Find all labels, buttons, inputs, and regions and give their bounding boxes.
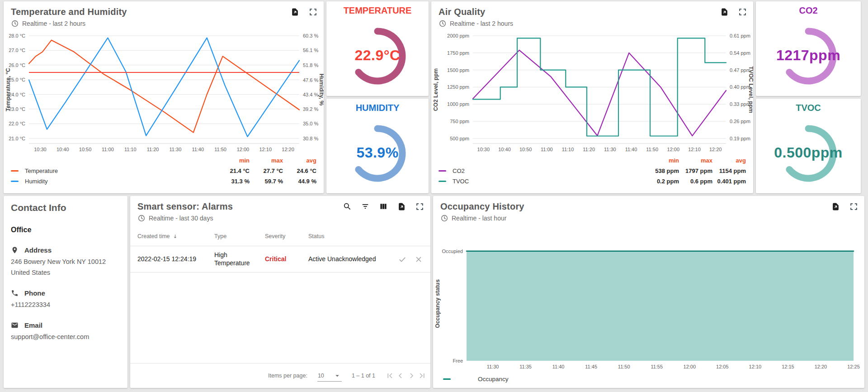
legend-item[interactable]: CO2: [439, 167, 646, 174]
chart-legend: minmaxavgCO2538 ppm1797 ppm1154 ppmTVOC0…: [431, 157, 753, 185]
table-row[interactable]: 2022-02-15 12:24:19High TemperatureCriti…: [130, 246, 430, 272]
occupancy-chart[interactable]: OccupiedFreeOccupancy status11:3011:3511…: [433, 242, 861, 374]
widget-header: Occupancy History Realtime - last hour: [433, 196, 864, 222]
timewindow: Realtime - last 30 days: [137, 214, 423, 222]
first-page-icon[interactable]: [385, 371, 394, 380]
svg-text:12:15: 12:15: [782, 364, 794, 369]
export-icon[interactable]: [720, 7, 729, 16]
chevron-down-icon: [333, 372, 341, 380]
clock-icon: [137, 214, 146, 222]
widget-actions: [831, 202, 858, 211]
gauge-value: 1217ppm: [756, 47, 861, 64]
contact-label: Phone: [11, 289, 120, 297]
clock-icon: [440, 214, 448, 222]
legend-item[interactable]: Temperature: [11, 167, 216, 174]
legend-item[interactable]: Occupancy: [443, 376, 864, 382]
humidity-gauge-widget: HUMIDITY 53.9%: [326, 99, 429, 193]
svg-text:12:20: 12:20: [815, 364, 827, 369]
columns-icon[interactable]: [379, 202, 388, 211]
legend-stat-header: min: [646, 157, 679, 164]
acknowledge-icon[interactable]: [398, 255, 407, 264]
svg-text:12:05: 12:05: [716, 364, 729, 369]
export-icon[interactable]: [397, 202, 406, 211]
timewindow-label: Realtime - last 2 hours: [22, 20, 85, 27]
legend-min-value: 538 ppm: [646, 167, 679, 174]
widget-actions: [290, 7, 317, 16]
column-header-severity[interactable]: Severity: [265, 233, 308, 239]
svg-text:10:40: 10:40: [498, 147, 511, 152]
fullscreen-icon[interactable]: [849, 202, 858, 211]
radial-gauge: 1217ppm: [756, 16, 861, 96]
sort-descending-icon: [172, 233, 179, 240]
svg-text:11:10: 11:10: [562, 147, 574, 152]
page-range-label: 1 – 1 of 1: [352, 373, 375, 379]
dashboard-top-row: Temperature and Humidity Realtime - last…: [0, 0, 868, 193]
gauge-value: 22.9°C: [326, 47, 429, 64]
gauge-title: TVOC: [756, 103, 861, 113]
legend-dash: [439, 170, 446, 172]
widget-header: Air Quality Realtime - last 2 hours: [431, 1, 753, 28]
svg-text:0.61 ppm: 0.61 ppm: [730, 33, 750, 38]
legend-dash: [443, 378, 451, 380]
timewindow: Realtime - last 2 hours: [439, 19, 746, 28]
search-icon[interactable]: [343, 202, 352, 211]
last-page-icon[interactable]: [418, 371, 427, 380]
filter-icon[interactable]: [361, 202, 370, 211]
co2-gauge-widget: CO2 1217ppm: [756, 1, 861, 96]
svg-text:0.33 ppm: 0.33 ppm: [730, 101, 750, 107]
legend-stat-header: avg: [283, 157, 316, 164]
legend-dash: [11, 181, 19, 182]
svg-text:39.2 %: 39.2 %: [303, 106, 318, 112]
contact-sections: Address246 Bowery New York NY 10012Unite…: [11, 246, 120, 341]
previous-page-icon[interactable]: [396, 371, 405, 380]
svg-text:Occupied: Occupied: [442, 249, 463, 254]
fullscreen-icon[interactable]: [415, 202, 424, 211]
svg-text:11:00: 11:00: [541, 147, 553, 152]
widget-title: Occupancy History: [440, 201, 857, 212]
svg-text:10:40: 10:40: [57, 147, 69, 152]
legend-item[interactable]: Humidity: [11, 178, 216, 185]
export-icon[interactable]: [290, 7, 299, 16]
svg-text:11:45: 11:45: [585, 364, 597, 369]
column-header-created-time[interactable]: Created time: [137, 233, 214, 240]
column-header-type[interactable]: Type: [214, 233, 265, 239]
air-quality-chart[interactable]: 2000 ppm1750 ppm1500 ppm1250 ppm1000 ppm…: [431, 32, 753, 155]
radial-gauge: 0.500ppm: [756, 113, 861, 193]
page-size-select[interactable]: 10: [317, 370, 342, 382]
fullscreen-icon[interactable]: [738, 7, 747, 16]
svg-text:0.40 ppm: 0.40 ppm: [730, 84, 750, 90]
next-page-icon[interactable]: [407, 371, 416, 380]
svg-text:22.0 °C: 22.0 °C: [9, 121, 25, 126]
svg-text:Humidity, %: Humidity, %: [318, 74, 324, 106]
svg-text:51.8 %: 51.8 %: [303, 62, 318, 68]
legend-avg-value: 44.9 %: [283, 178, 316, 185]
svg-text:12:20: 12:20: [282, 147, 294, 152]
svg-text:1250 ppm: 1250 ppm: [447, 84, 469, 90]
fullscreen-icon[interactable]: [308, 7, 317, 16]
legend-item[interactable]: TVOC: [439, 178, 646, 185]
temp-humidity-chart[interactable]: 28.0 °C27.0 °C26.0 °C25.0 °C24.0 °C23.0 …: [4, 32, 324, 155]
column-header-status[interactable]: Status: [308, 233, 389, 239]
alarm-created-time: 2022-02-15 12:24:19: [137, 255, 214, 263]
table-paginator: Items per page: 10 1 – 1 of 1: [130, 363, 430, 388]
legend-min-value: 0.2 ppm: [646, 178, 679, 185]
temp-humidity-widget: Temperature and Humidity Realtime - last…: [4, 1, 324, 193]
svg-text:1750 ppm: 1750 ppm: [447, 50, 469, 56]
svg-text:28.0 °C: 28.0 °C: [9, 33, 25, 38]
clear-alarm-icon[interactable]: [414, 255, 423, 264]
svg-text:26.0 °C: 26.0 °C: [9, 62, 25, 68]
svg-text:11:40: 11:40: [552, 364, 565, 369]
legend-stat-header: min: [216, 157, 250, 164]
svg-text:0.47 ppm: 0.47 ppm: [730, 67, 750, 73]
export-icon[interactable]: [831, 202, 840, 211]
timewindow-label: Realtime - last 30 days: [149, 215, 213, 222]
widget-title: Contact Info: [11, 202, 120, 213]
svg-text:CO2 Level, ppm: CO2 Level, ppm: [433, 68, 439, 111]
timewindow-label: Realtime - last hour: [452, 215, 506, 222]
svg-text:12:00: 12:00: [684, 364, 696, 369]
widget-header: Temperature and Humidity Realtime - last…: [4, 1, 324, 28]
svg-text:0.26 ppm: 0.26 ppm: [730, 119, 750, 124]
alarms-widget: Smart sensor: Alarms Realtime - last 30 …: [130, 196, 430, 388]
svg-text:11:30: 11:30: [487, 364, 499, 369]
svg-text:12:10: 12:10: [259, 147, 272, 152]
